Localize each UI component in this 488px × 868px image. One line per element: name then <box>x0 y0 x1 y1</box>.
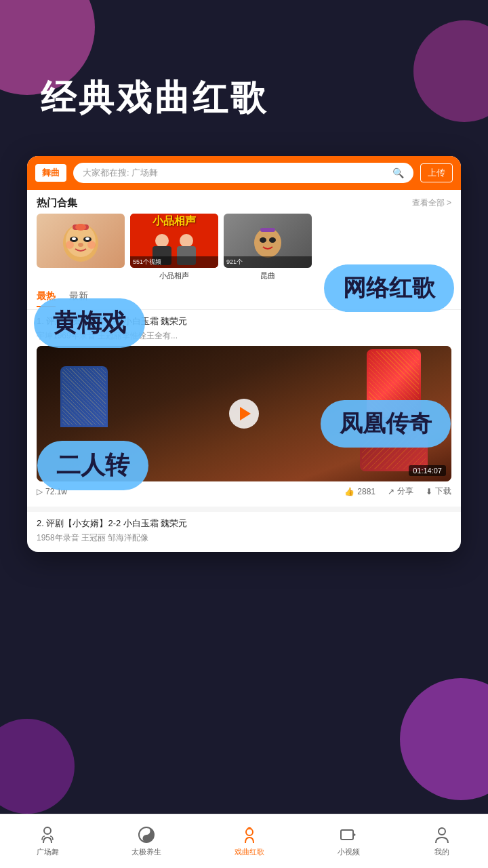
video-download[interactable]: ⬇ 下载 <box>426 486 451 497</box>
sketch-title: 小品相声 <box>152 214 196 229</box>
hot-collection-header: 热门合集 查看全部 > <box>27 190 461 214</box>
svg-point-6 <box>72 237 76 240</box>
svg-marker-21 <box>353 833 356 837</box>
taiji-icon <box>137 825 156 844</box>
xiaovideo-icon <box>339 825 358 844</box>
thumbnail-xioapin[interactable]: 小品相声 551个视频 小品相声 <box>130 214 218 281</box>
guangchangwu-label: 广场舞 <box>37 847 59 857</box>
like-icon: 👍 <box>344 487 354 496</box>
svg-point-7 <box>85 237 89 240</box>
view-all-link[interactable]: 查看全部 > <box>412 197 451 209</box>
upload-button[interactable]: 上传 <box>420 163 453 182</box>
svg-point-9 <box>66 241 74 249</box>
guangchangwu-icon <box>38 825 57 844</box>
play-triangle-icon <box>240 407 251 420</box>
svg-point-13 <box>260 237 266 243</box>
mine-icon <box>432 825 451 844</box>
kunqu-icon <box>251 222 285 260</box>
float-label-wangluo: 网络红歌 <box>324 264 454 312</box>
app-card: 舞曲 大家都在搜: 广场舞 🔍 上传 热门合集 查看全部 > <box>27 156 461 552</box>
thumbnail-huangmei[interactable] <box>37 214 125 281</box>
float-label-huangmei: 黄梅戏 <box>34 298 145 348</box>
header-category-tag[interactable]: 舞曲 <box>35 164 66 182</box>
svg-point-11 <box>254 228 281 258</box>
bg-decoration-bottom-left <box>0 719 75 814</box>
opera-mask-icon <box>60 219 101 263</box>
video-share[interactable]: ↗ 分享 <box>388 486 413 497</box>
bg-decoration-bottom-right <box>400 678 488 800</box>
thumb-count-2: 551个视频 <box>130 256 218 268</box>
xiquhonge-icon <box>240 825 259 844</box>
thumbnail-kunqu[interactable]: 921个 昆曲 <box>224 214 312 281</box>
svg-point-18 <box>145 837 148 840</box>
svg-rect-20 <box>341 830 353 840</box>
svg-point-22 <box>439 828 445 835</box>
svg-point-15 <box>44 827 51 834</box>
thumb-label-2: 小品相声 <box>130 271 218 281</box>
taiji-label: 太极养生 <box>131 847 161 857</box>
thumb-count-3: 921个 <box>224 256 312 268</box>
bottom-navigation: 广场舞 太极养生 戏曲红歌 <box>0 814 488 868</box>
thumb-image-1 <box>37 214 125 268</box>
section-divider <box>27 507 461 512</box>
nav-xiaovideo[interactable]: 小视频 <box>329 820 368 863</box>
video-title-2: 2. 评剧【小女婿】2-2 小白玉霜 魏荣元 <box>37 517 451 530</box>
float-label-errenzhuan: 二人转 <box>37 441 148 490</box>
svg-point-10 <box>87 241 96 249</box>
hot-collection-title: 热门合集 <box>37 197 77 210</box>
thumb-image-3: 921个 <box>224 214 312 268</box>
xiquhonge-label: 戏曲红歌 <box>235 847 264 857</box>
video-subtitle-2: 1958年录音 王冠丽 邹海洋配像 <box>37 532 451 544</box>
nav-guangchangwu[interactable]: 广场舞 <box>28 820 67 863</box>
svg-point-8 <box>78 243 83 247</box>
xiaovideo-label: 小视频 <box>338 847 360 857</box>
thumb-image-2: 小品相声 551个视频 <box>130 214 218 268</box>
video-duration-1: 01:14:07 <box>409 465 446 476</box>
play-count-icon: ▷ <box>37 487 43 496</box>
search-icon: 🔍 <box>392 167 404 178</box>
video-likes[interactable]: 👍 2881 <box>344 487 375 496</box>
nav-taijiyangsheng[interactable]: 太极养生 <box>123 820 169 863</box>
mine-label: 我的 <box>434 847 449 857</box>
search-bar[interactable]: 大家都在搜: 广场舞 🔍 <box>73 163 413 183</box>
page-title: 经典戏曲红歌 <box>41 75 268 122</box>
svg-point-14 <box>269 237 276 243</box>
svg-point-3 <box>75 224 86 231</box>
share-icon: ↗ <box>388 487 394 496</box>
bg-decoration-top-right <box>413 20 488 122</box>
float-label-fenghuang: 凤凰传奇 <box>321 400 451 448</box>
svg-point-17 <box>145 829 148 832</box>
search-placeholder-text: 大家都在搜: 广场舞 <box>83 167 388 179</box>
play-button[interactable] <box>229 399 259 429</box>
svg-point-19 <box>246 829 253 835</box>
video-item-2: 2. 评剧【小女婿】2-2 小白玉霜 魏荣元 1958年录音 王冠丽 邹海洋配像 <box>27 512 461 552</box>
app-header: 舞曲 大家都在搜: 广场舞 🔍 上传 <box>27 156 461 190</box>
nav-xiquhonge[interactable]: 戏曲红歌 <box>226 820 272 863</box>
thumb-label-3: 昆曲 <box>224 271 312 281</box>
download-icon: ⬇ <box>426 487 432 496</box>
nav-mine[interactable]: 我的 <box>424 820 460 863</box>
svg-rect-12 <box>260 228 275 232</box>
